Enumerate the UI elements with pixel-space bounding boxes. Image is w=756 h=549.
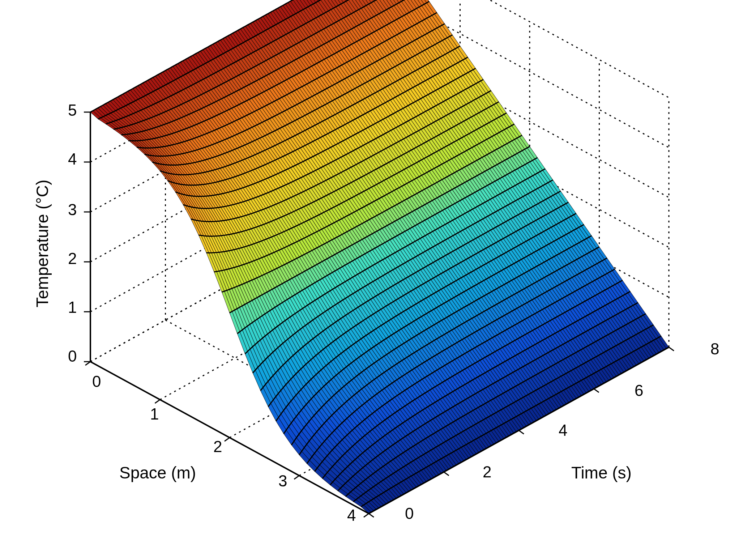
x-tick: 4 xyxy=(347,506,356,524)
y-tick: 2 xyxy=(483,463,491,481)
z-tick: 0 xyxy=(68,347,77,365)
z-tick: 5 xyxy=(68,101,77,119)
z-axis-label: Temperature (°C) xyxy=(33,180,52,307)
z-tick: 3 xyxy=(68,201,77,219)
y-axis-label: Time (s) xyxy=(571,463,632,482)
x-tick: 3 xyxy=(278,472,287,490)
y-tick: 4 xyxy=(559,421,567,439)
y-tick: 0 xyxy=(405,505,414,523)
x-tick: 0 xyxy=(92,373,101,391)
z-tick: 4 xyxy=(68,150,77,168)
surface-canvas xyxy=(0,0,756,549)
z-tick: 2 xyxy=(68,250,77,268)
y-tick: 8 xyxy=(710,340,719,358)
x-tick: 2 xyxy=(213,438,222,456)
x-tick: 1 xyxy=(150,405,159,423)
surface-plot: Temperature (°C) Space (m) Time (s) 5 4 … xyxy=(0,0,756,549)
z-tick: 1 xyxy=(68,298,77,316)
x-axis-label: Space (m) xyxy=(119,463,196,482)
y-tick: 6 xyxy=(635,382,643,400)
